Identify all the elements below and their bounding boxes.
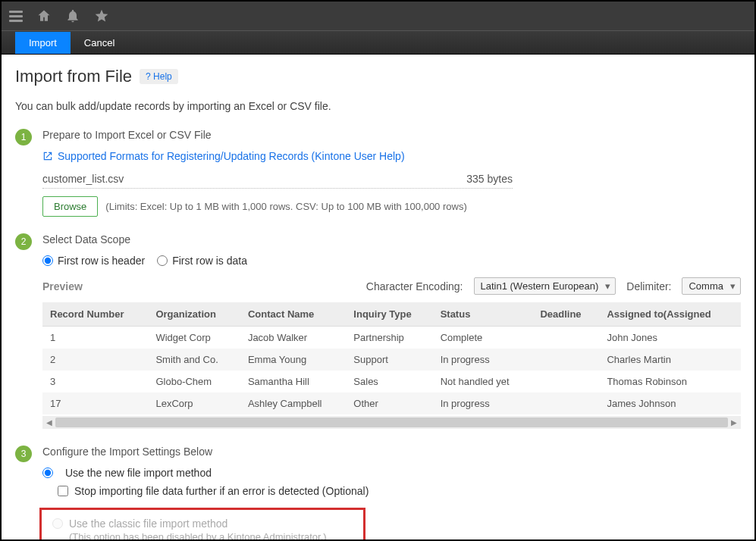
step-1: 1 Prepare to Import Excel or CSV File Su… — [15, 129, 741, 217]
radio-classic-label: Use the classic file import method — [69, 518, 227, 530]
table-header: Contact Name — [240, 302, 346, 327]
table-row: 3Globo-ChemSamantha HillSalesNot handled… — [42, 371, 741, 392]
table-row: 1Widget CorpJacob WalkerPartnershipCompl… — [42, 327, 741, 349]
table-cell: Emma Young — [240, 349, 346, 371]
table-cell — [532, 349, 599, 371]
table-cell: Jacob Walker — [240, 327, 346, 349]
table-header: Assigned to(Assigned — [599, 302, 741, 327]
import-button[interactable]: Import — [15, 32, 71, 54]
encoding-select[interactable]: Latin1 (Western European) — [474, 277, 616, 295]
table-header: Record Number — [42, 302, 148, 327]
preview-table-wrap: Record NumberOrganizationContact NameInq… — [42, 302, 741, 429]
file-limits-text: (Limits: Excel: Up to 1 MB with 1,000 ro… — [105, 201, 466, 212]
preview-table: Record NumberOrganizationContact NameInq… — [42, 302, 741, 414]
step-1-badge: 1 — [15, 129, 32, 145]
table-cell: In progress — [433, 392, 533, 414]
step-3-badge: 3 — [15, 446, 32, 462]
table-header: Organization — [148, 302, 240, 327]
external-link-icon — [42, 151, 53, 161]
scroll-track[interactable] — [55, 417, 728, 427]
help-link[interactable]: ? Help — [140, 69, 178, 84]
table-row: 2Smith and Co.Emma YoungSupportIn progre… — [42, 349, 741, 371]
table-cell: In progress — [433, 349, 533, 371]
global-topbar — [2, 2, 754, 30]
notifications-icon[interactable] — [65, 8, 80, 23]
table-cell: Widget Corp — [148, 327, 240, 349]
table-cell — [532, 327, 599, 349]
table-cell: John Jones — [599, 327, 741, 349]
menu-icon[interactable] — [9, 11, 23, 22]
classic-disabled-note: (This option has been disabled by a Kint… — [69, 531, 353, 541]
page-content: Import from File ? Help You can bulk add… — [2, 55, 754, 541]
radio-first-row-data[interactable]: First row is data — [157, 255, 247, 267]
cancel-button[interactable]: Cancel — [71, 32, 128, 54]
table-cell: Samantha Hill — [240, 371, 346, 392]
table-header: Deadline — [532, 302, 599, 327]
table-cell: Partnership — [346, 327, 432, 349]
table-cell: Globo-Chem — [148, 371, 240, 392]
step-3: 3 Configure the Import Settings Below Us… — [15, 446, 741, 541]
table-cell: LexCorp — [148, 392, 240, 414]
horizontal-scrollbar[interactable]: ◀ ▶ — [42, 416, 741, 429]
table-cell — [532, 371, 599, 392]
table-cell: Ashley Campbell — [240, 392, 346, 414]
step-2-title: Select Data Scope — [42, 233, 741, 245]
scroll-left-icon[interactable]: ◀ — [45, 418, 54, 427]
table-cell: Smith and Co. — [148, 349, 240, 371]
selected-filesize: 335 bytes — [466, 173, 513, 185]
selected-file-row: customer_list.csv 335 bytes — [42, 173, 513, 189]
table-cell: Not handled yet — [433, 371, 533, 392]
radio-new-import-method[interactable]: Use the new file import method — [42, 467, 741, 479]
delimiter-select[interactable]: Comma — [682, 277, 741, 295]
preview-label: Preview — [42, 280, 356, 292]
checkbox-stop-on-error[interactable]: Stop importing file data further if an e… — [58, 485, 741, 497]
table-cell: 3 — [42, 371, 148, 392]
scroll-right-icon[interactable]: ▶ — [729, 418, 739, 427]
step-3-title: Configure the Import Settings Below — [42, 446, 741, 458]
delimiter-label: Delimiter: — [626, 280, 671, 292]
table-cell — [532, 392, 599, 414]
encoding-label: Character Encoding: — [366, 280, 463, 292]
action-bar: Import Cancel — [2, 30, 754, 55]
page-title: Import from File — [15, 67, 132, 86]
home-icon[interactable] — [36, 8, 52, 23]
radio-classic-import-method: Use the classic file import method — [52, 518, 353, 530]
page-description: You can bulk add/update records by impor… — [15, 100, 741, 112]
table-cell: 1 — [42, 327, 148, 349]
radio-first-row-header[interactable]: First row is header — [42, 255, 145, 267]
table-cell: Charles Martin — [599, 349, 741, 371]
table-row: 17LexCorpAshley CampbellOtherIn progress… — [42, 392, 741, 414]
table-cell: Complete — [433, 327, 533, 349]
table-cell: Support — [346, 349, 432, 371]
table-cell: James Johnson — [599, 392, 741, 414]
table-header: Status — [433, 302, 533, 327]
step-2-badge: 2 — [15, 233, 32, 250]
table-cell: Sales — [346, 371, 432, 392]
supported-formats-link[interactable]: Supported Formats for Registering/Updati… — [58, 150, 405, 162]
selected-filename: customer_list.csv — [42, 173, 124, 185]
table-header: Inquiry Type — [346, 302, 432, 327]
step-2: 2 Select Data Scope First row is header … — [15, 233, 741, 429]
table-cell: 2 — [42, 349, 148, 371]
disabled-option-highlight: Use the classic file import method (This… — [39, 508, 365, 541]
table-cell: Thomas Robinson — [599, 371, 741, 392]
step-1-title: Prepare to Import Excel or CSV File — [42, 129, 741, 141]
browse-button[interactable]: Browse — [42, 196, 98, 217]
favorites-icon[interactable] — [94, 8, 109, 23]
table-cell: Other — [346, 392, 432, 414]
table-cell: 17 — [42, 392, 148, 414]
